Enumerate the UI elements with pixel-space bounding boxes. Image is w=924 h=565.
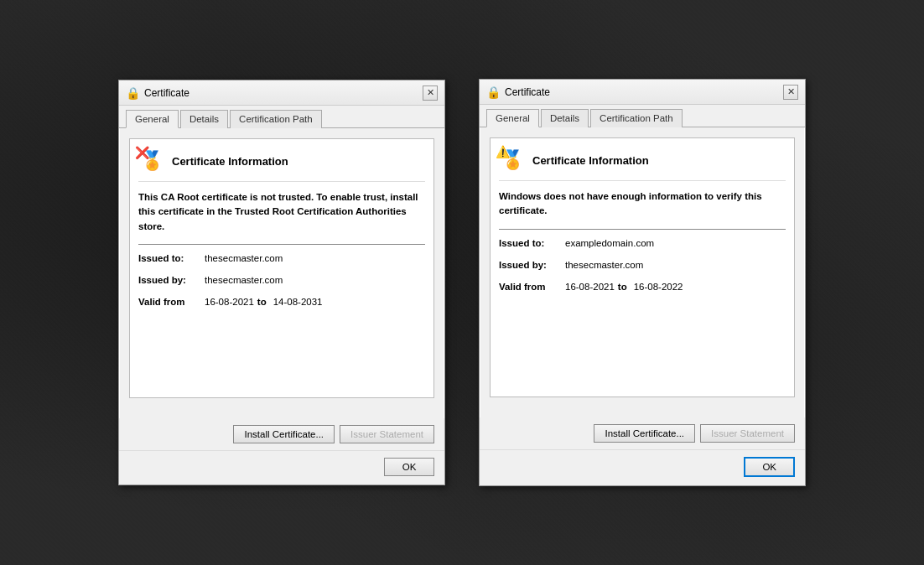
- dialog-2-title: Certificate: [505, 86, 778, 98]
- valid-from-label-1: Valid from: [138, 297, 201, 307]
- dialog-1-body: 🏅 ❌ Certificate Information This CA Root…: [119, 128, 444, 418]
- issued-to-value-2: exampledomain.com: [565, 238, 654, 248]
- cert-status-icon-1: 🏅 ❌: [138, 148, 165, 174]
- dialog-2-body: 🏅 ⚠️ Certificate Information Windows doe…: [480, 127, 805, 417]
- cert-title-icon-2: 🔒: [486, 86, 500, 99]
- tab-2-cert-path[interactable]: Certification Path: [590, 109, 683, 127]
- cert-issued-by-1: Issued by: thesecmaster.com: [138, 275, 425, 285]
- cert-divider-1: [138, 244, 425, 245]
- cert-info-message-2: Windows does not have enough information…: [499, 189, 786, 219]
- dialog-1: 🔒 Certificate ✕ General Details Certific…: [118, 80, 445, 485]
- dialog-1-title: Certificate: [144, 87, 418, 99]
- cert-title-icon-1: 🔒: [126, 86, 139, 100]
- issued-by-value-1: thesecmaster.com: [205, 275, 283, 285]
- cert-badge-icon-1: ❌: [135, 146, 149, 159]
- cert-info-title-2: Certificate Information: [532, 154, 649, 167]
- title-bar-1: 🔒 Certificate ✕: [119, 80, 444, 106]
- cert-info-box-1: 🏅 ❌ Certificate Information This CA Root…: [129, 138, 434, 398]
- tab-1-general[interactable]: General: [126, 110, 179, 128]
- valid-from-label-2: Valid from: [499, 282, 562, 292]
- install-cert-button-2[interactable]: Install Certificate...: [594, 424, 695, 443]
- cert-info-title-1: Certificate Information: [172, 155, 288, 168]
- close-button-1[interactable]: ✕: [423, 86, 438, 101]
- issuer-statement-button-1[interactable]: Issuer Statement: [340, 425, 434, 443]
- ok-button-2[interactable]: OK: [744, 457, 795, 477]
- button-row-2: Install Certificate... Issuer Statement: [480, 417, 805, 449]
- issued-to-value-1: thesecmaster.com: [205, 253, 283, 263]
- issued-by-label-1: Issued by:: [138, 275, 201, 285]
- tab-1-details[interactable]: Details: [180, 110, 228, 128]
- dialog-2: 🔒 Certificate ✕ General Details Certific…: [479, 79, 806, 486]
- issued-to-label-2: Issued to:: [499, 238, 562, 248]
- cert-info-header-1: 🏅 ❌ Certificate Information: [138, 148, 425, 182]
- cert-status-icon-2: 🏅 ⚠️: [499, 147, 526, 174]
- cert-info-box-2: 🏅 ⚠️ Certificate Information Windows doe…: [490, 137, 795, 397]
- close-button-2[interactable]: ✕: [783, 85, 798, 100]
- valid-from-value-1: 16-08-2021: [205, 297, 254, 307]
- valid-to-label-2: to: [618, 282, 627, 292]
- tab-bar-2: General Details Certification Path: [480, 105, 805, 127]
- cert-issued-to-2: Issued to: exampledomain.com: [499, 238, 786, 248]
- valid-to-value-1: 14-08-2031: [273, 297, 323, 307]
- valid-to-value-2: 16-08-2022: [634, 282, 683, 292]
- button-row-1: Install Certificate... Issuer Statement: [119, 418, 444, 450]
- ok-row-2: OK: [480, 449, 805, 485]
- cert-info-message-1: This CA Root certificate is not trusted.…: [138, 190, 425, 234]
- issued-by-value-2: thesecmaster.com: [565, 260, 643, 270]
- tab-2-details[interactable]: Details: [541, 109, 589, 127]
- cert-issued-by-2: Issued by: thesecmaster.com: [499, 260, 786, 270]
- tab-bar-1: General Details Certification Path: [119, 106, 444, 128]
- valid-to-label-1: to: [257, 297, 267, 307]
- cert-divider-2: [499, 229, 786, 230]
- cert-info-header-2: 🏅 ⚠️ Certificate Information: [499, 147, 786, 181]
- install-cert-button-1[interactable]: Install Certificate...: [233, 425, 335, 443]
- cert-valid-1: Valid from 16-08-2021 to 14-08-2031: [138, 297, 425, 307]
- ok-row-1: OK: [119, 450, 444, 485]
- cert-valid-2: Valid from 16-08-2021 to 16-08-2022: [499, 282, 786, 292]
- issuer-statement-button-2[interactable]: Issuer Statement: [700, 424, 795, 443]
- tab-2-general[interactable]: General: [486, 109, 539, 127]
- ok-button-1[interactable]: OK: [384, 458, 434, 476]
- valid-from-value-2: 16-08-2021: [565, 282, 615, 292]
- issued-to-label-1: Issued to:: [138, 253, 201, 263]
- cert-badge-icon-2: ⚠️: [496, 145, 510, 158]
- tab-1-cert-path[interactable]: Certification Path: [230, 110, 322, 128]
- issued-by-label-2: Issued by:: [499, 260, 562, 270]
- title-bar-2: 🔒 Certificate ✕: [480, 80, 805, 105]
- cert-issued-to-1: Issued to: thesecmaster.com: [138, 253, 425, 263]
